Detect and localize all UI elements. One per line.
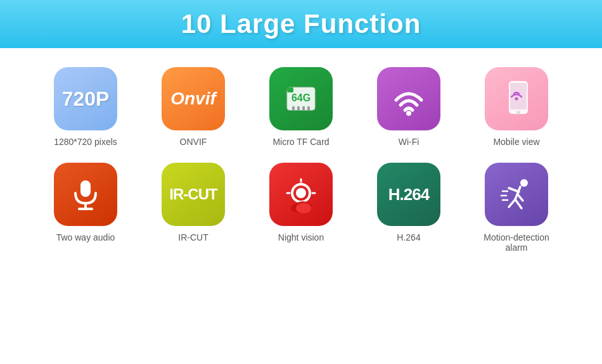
feature-icon-wifi — [377, 67, 440, 130]
svg-rect-5 — [297, 106, 300, 110]
motion-icon — [491, 169, 542, 220]
svg-point-18 — [296, 188, 306, 198]
feature-icon-night — [269, 163, 333, 226]
features-row-1: 720P 1280*720 pixels Onvif ONVIF 64G — [25, 67, 577, 147]
feature-onvif: Onvif ONVIF — [155, 67, 231, 147]
feature-icon-onvif: Onvif — [162, 67, 225, 130]
feature-ircut: IR-CUT IR-CUT — [155, 163, 231, 253]
wifi-icon — [383, 73, 434, 124]
svg-rect-7 — [307, 106, 310, 110]
night-vision-icon — [276, 169, 326, 220]
svg-rect-6 — [302, 106, 305, 110]
feature-720p: 720P 1280*720 pixels — [48, 67, 124, 147]
svg-rect-2 — [287, 87, 293, 92]
feature-audio: Two way audio — [48, 163, 124, 253]
feature-icon-ircut: IR-CUT — [162, 163, 225, 226]
feature-label-wifi: Wi-Fi — [399, 137, 419, 147]
tf-card-icon: 64G — [276, 73, 326, 124]
svg-point-24 — [296, 203, 311, 213]
feature-label-mobile: Mobile view — [493, 137, 539, 147]
svg-point-12 — [516, 111, 520, 115]
feature-label-night: Night vision — [278, 232, 324, 242]
feature-label-motion: Motion-detection alarm — [478, 232, 554, 253]
feature-night: Night vision — [263, 163, 339, 253]
header-banner: 10 Large Function — [0, 0, 602, 48]
svg-rect-13 — [515, 84, 518, 85]
svg-point-11 — [515, 97, 518, 101]
feature-icon-720p: 720P — [54, 67, 117, 130]
feature-label-audio: Two way audio — [56, 232, 115, 242]
mobile-icon — [491, 73, 542, 124]
feature-label-h264: H.264 — [397, 232, 420, 242]
feature-icon-h264: H.264 — [377, 163, 440, 226]
feature-motion: Motion-detection alarm — [478, 163, 554, 253]
feature-label-720p: 1280*720 pixels — [54, 137, 117, 147]
feature-h264: H.264 H.264 — [371, 163, 447, 253]
feature-wifi: Wi-Fi — [371, 67, 447, 147]
svg-rect-4 — [292, 106, 295, 110]
feature-icon-audio — [54, 163, 117, 226]
feature-label-tf: Micro TF Card — [272, 137, 329, 147]
features-row-2: Two way audio IR-CUT IR-CUT — [25, 163, 577, 253]
feature-label-onvif: ONVIF — [180, 137, 207, 147]
feature-mobile: Mobile view — [478, 67, 554, 147]
header-title: 10 Large Function — [13, 9, 589, 39]
feature-icon-motion — [485, 163, 548, 226]
svg-rect-14 — [80, 180, 91, 197]
features-container: 720P 1280*720 pixels Onvif ONVIF 64G — [0, 48, 602, 265]
audio-icon — [60, 169, 111, 220]
feature-label-ircut: IR-CUT — [178, 232, 208, 242]
feature-tf-card: 64G Micro TF Card — [263, 67, 339, 147]
feature-icon-mobile — [485, 67, 548, 130]
feature-icon-tf: 64G — [269, 67, 333, 130]
svg-point-8 — [406, 111, 411, 116]
svg-text:64G: 64G — [291, 92, 311, 103]
svg-point-25 — [520, 179, 528, 187]
